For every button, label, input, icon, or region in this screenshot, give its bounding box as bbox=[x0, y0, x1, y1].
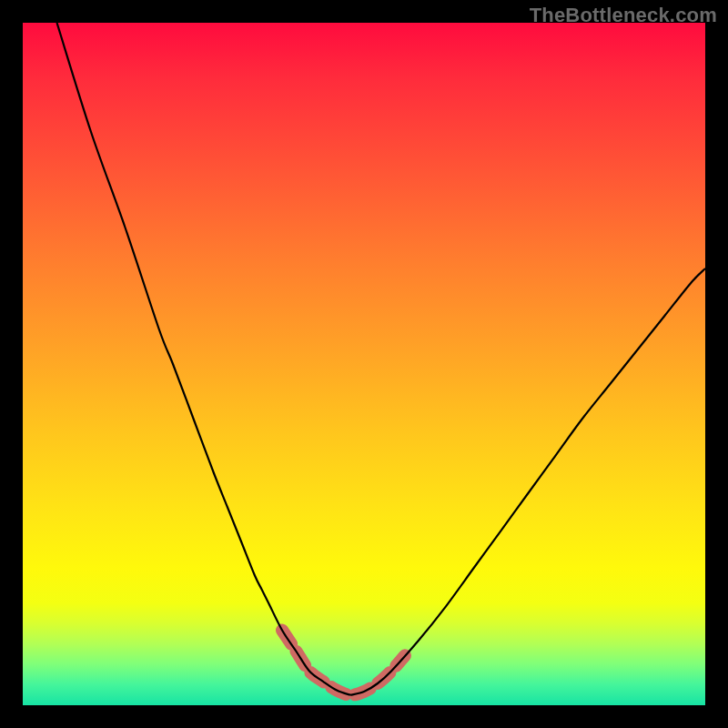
curve-layer bbox=[23, 23, 705, 705]
watermark-text: TheBottleneck.com bbox=[530, 4, 717, 27]
valley-highlight bbox=[282, 631, 405, 695]
right-curve bbox=[350, 268, 705, 695]
left-curve bbox=[57, 23, 351, 695]
chart-frame: TheBottleneck.com bbox=[0, 0, 728, 728]
plot-area bbox=[23, 23, 705, 705]
